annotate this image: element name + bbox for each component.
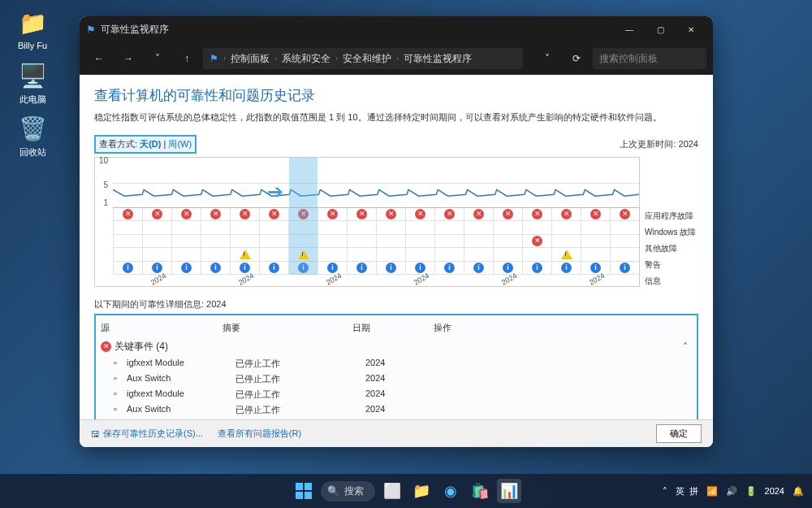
chart-cell <box>348 235 376 248</box>
app-icon: ▫ <box>114 373 127 385</box>
chart-cell <box>464 221 493 234</box>
minimize-button[interactable]: — <box>614 16 645 42</box>
chart-cell: i <box>435 262 464 275</box>
wifi-icon[interactable]: 📶 <box>706 486 718 497</box>
refresh-button[interactable]: ⟳ <box>564 47 590 70</box>
taskbar-center: 🔍 搜索 ⬜ 📁 ◉ 🛍️ 📊 <box>292 479 521 503</box>
maximize-button[interactable]: ▢ <box>645 16 676 42</box>
nav-forward-button[interactable]: → <box>115 47 141 70</box>
details-group-header[interactable]: ✕关键事件 (4)˄ <box>101 337 692 356</box>
chart-column[interactable]: ✕i <box>464 208 493 275</box>
chart-cell <box>435 221 464 234</box>
desktop-icon-recycle[interactable]: 🗑️ 回收站 <box>8 114 57 158</box>
info-icon: i <box>620 263 630 273</box>
error-icon: ✕ <box>327 209 338 219</box>
chart-cell: ✕ <box>406 208 434 221</box>
start-button[interactable] <box>292 479 316 503</box>
desktop-icon-user[interactable]: 📁 Billy Fu <box>8 8 57 50</box>
battery-icon[interactable]: 🔋 <box>745 486 757 497</box>
ok-button[interactable]: 确定 <box>656 424 702 443</box>
notifications-icon[interactable]: 🔔 <box>793 486 804 497</box>
legend-item: 其他故障 <box>645 243 698 256</box>
windows-logo-icon <box>296 483 312 499</box>
chart-column[interactable]: ✕i <box>288 208 317 275</box>
breadcrumb[interactable]: 安全和维护 <box>343 52 391 66</box>
row-action[interactable] <box>447 358 692 370</box>
breadcrumb[interactable]: 系统和安全 <box>282 52 330 66</box>
details-row[interactable]: ▫Aux Switch已停止工作2024 <box>101 402 692 418</box>
chevron-down-icon[interactable]: ˅ <box>534 47 560 70</box>
chart-column[interactable]: ✕i <box>347 208 376 275</box>
chart-cell <box>406 221 434 234</box>
chart-column[interactable]: ✕i2024 <box>230 208 259 275</box>
tray-chevron-up-icon[interactable]: ˄ <box>663 486 667 497</box>
chart-column[interactable]: ✕i <box>610 208 639 275</box>
breadcrumb[interactable]: 控制面板 <box>231 52 270 66</box>
chart-column[interactable]: ✕i <box>434 208 464 275</box>
chart-cell: i <box>114 262 142 275</box>
reliability-monitor-window: ⚑ 可靠性监视程序 — ▢ ✕ ← → ˅ ↑ ⚑ › 控制面板 › 系统和安全… <box>80 16 713 447</box>
chart-column[interactable]: ✕i <box>259 208 288 275</box>
view-day-link[interactable]: 天(D) <box>140 139 161 149</box>
collapse-icon[interactable]: ˄ <box>679 341 692 353</box>
error-icon: ✕ <box>123 209 133 219</box>
chart-cell <box>143 248 171 261</box>
close-button[interactable]: ✕ <box>676 16 706 42</box>
col-summary[interactable]: 摘要 <box>222 322 352 334</box>
nav-up-button[interactable]: ↑ <box>174 47 200 70</box>
taskbar: 🔍 搜索 ⬜ 📁 ◉ 🛍️ 📊 ˄ 英 拼 📶 🔊 🔋 2024 🔔 <box>0 474 812 508</box>
col-date[interactable]: 日期 <box>352 322 434 334</box>
chart-column[interactable]: ✕i <box>201 208 230 275</box>
chart-column[interactable]: ✕i <box>551 208 581 275</box>
view-reports-link[interactable]: 查看所有问题报告(R) <box>218 428 301 440</box>
search-input[interactable]: 搜索控制面板 <box>593 48 706 69</box>
nav-dropdown-button[interactable]: ˅ <box>145 47 171 70</box>
volume-icon[interactable]: 🔊 <box>726 486 737 497</box>
details-box: 源 摘要 日期 操作 ✕关键事件 (4)˄▫igfxext Module已停止工… <box>94 314 698 419</box>
desktop-icon-label: 回收站 <box>8 146 57 158</box>
taskbar-app-reliability[interactable]: 📊 <box>497 479 521 503</box>
address-bar[interactable]: ⚑ › 控制面板 › 系统和安全 › 安全和维护 › 可靠性监视程序 <box>203 48 523 69</box>
chart-column[interactable]: ✕i2024 <box>142 208 171 275</box>
chart-column[interactable]: ✕i <box>171 208 201 275</box>
nav-back-button[interactable]: ← <box>86 47 112 70</box>
titlebar[interactable]: ⚑ 可靠性监视程序 — ▢ ✕ <box>80 16 713 42</box>
taskbar-app-edge[interactable]: ◉ <box>438 479 463 503</box>
details-row[interactable]: ▫igfxext Module已停止工作2024 <box>101 387 692 402</box>
ime-indicator[interactable]: 英 拼 <box>676 485 698 497</box>
chart-cell: ✕ <box>435 208 464 221</box>
chart-cell: i <box>523 262 551 275</box>
chart-cell <box>523 248 551 261</box>
chart-column[interactable]: ✕i2024 <box>317 208 347 275</box>
col-source[interactable]: 源 <box>101 322 222 334</box>
row-action[interactable] <box>447 373 692 385</box>
chart-column[interactable]: ✕i <box>376 208 405 275</box>
taskbar-app-explorer[interactable]: 📁 <box>409 479 434 503</box>
chart-column[interactable]: ✕i2024 <box>493 208 522 275</box>
row-action[interactable] <box>447 389 692 401</box>
details-row[interactable]: ▫Aux Switch已停止工作2024 <box>101 371 692 387</box>
chart-column[interactable]: ✕i2024 <box>581 208 610 275</box>
col-action[interactable]: 操作 <box>434 322 676 334</box>
chart-column[interactable]: ✕i <box>113 208 142 275</box>
chart-column[interactable]: ✕i2024 <box>405 208 434 275</box>
taskbar-app-store[interactable]: 🛍️ <box>468 479 492 503</box>
breadcrumb[interactable]: 可靠性监视程序 <box>404 52 472 66</box>
details-row[interactable]: ▫igfxext Module已停止工作2024 <box>101 356 692 371</box>
error-icon: ✕ <box>444 209 455 219</box>
save-history-link[interactable]: 保存可靠性历史记录(S)... <box>103 428 203 440</box>
error-icon: ✕ <box>101 341 111 352</box>
chart-area[interactable]: 10 5 1 ➔ ✕i✕i2024✕i✕i✕i2024✕i✕i✕i2024✕i✕… <box>94 157 640 287</box>
view-week-link[interactable]: 周(W) <box>168 139 192 149</box>
desktop-icon-thispc[interactable]: 🖥️ 此电脑 <box>8 61 57 106</box>
chart-column[interactable]: ✕✕i <box>522 208 551 275</box>
chart-cell: ✕ <box>348 208 376 221</box>
desktop-icon-label: Billy Fu <box>8 41 57 50</box>
chart-cell <box>464 248 493 261</box>
taskbar-search[interactable]: 🔍 搜索 <box>321 481 375 501</box>
row-action[interactable] <box>447 404 692 416</box>
row-source: igfxext Module <box>127 358 235 370</box>
chart-cell <box>231 235 259 248</box>
task-view-button[interactable]: ⬜ <box>380 479 404 503</box>
taskbar-clock[interactable]: 2024 <box>765 486 784 496</box>
